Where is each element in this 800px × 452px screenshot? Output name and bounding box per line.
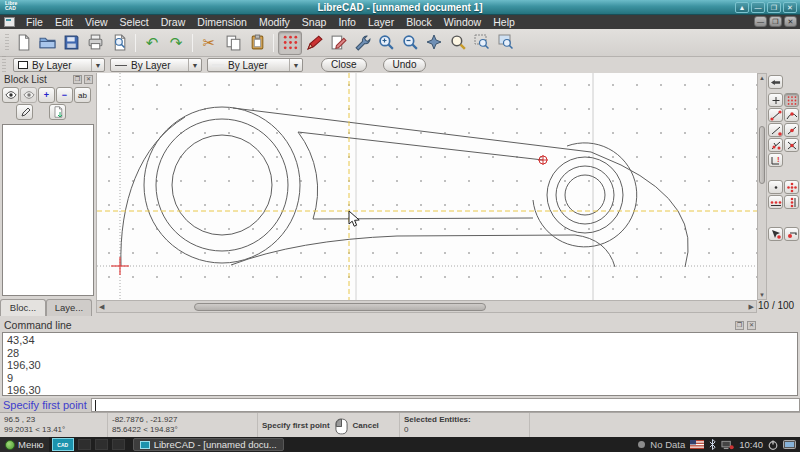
power-icon[interactable] xyxy=(768,440,778,450)
redo-button[interactable]: ↷ xyxy=(164,31,188,55)
block-hide-button[interactable] xyxy=(20,87,37,103)
system-menu-button[interactable]: Меню xyxy=(0,437,49,452)
snap-center-button[interactable] xyxy=(768,123,783,137)
dock-float-button[interactable]: ❐ xyxy=(73,75,82,84)
menu-view[interactable]: View xyxy=(79,15,114,29)
zoom-auto-button[interactable] xyxy=(422,31,446,55)
block-visibility-button[interactable] xyxy=(2,87,19,103)
close-window-button[interactable]: ✕ xyxy=(783,2,797,13)
shade-window-button[interactable]: ▲ xyxy=(735,2,749,13)
copy-button[interactable] xyxy=(221,31,245,55)
add-block-button[interactable]: + xyxy=(38,87,55,103)
snap-free-button[interactable] xyxy=(768,93,783,107)
mdi-close-button[interactable]: ✕ xyxy=(784,16,797,27)
menu-snap[interactable]: Snap xyxy=(296,15,333,29)
rename-block-button[interactable]: ab xyxy=(74,87,91,103)
dock-float-button[interactable]: ❐ xyxy=(735,321,744,330)
mdi-restore-button[interactable]: ❐ xyxy=(769,16,782,27)
close-tool-button[interactable]: Close xyxy=(321,58,367,72)
mdi-document-icon[interactable] xyxy=(4,17,15,27)
dock-close-button[interactable]: ✕ xyxy=(747,321,756,330)
taskbar-window-button[interactable]: LibreCAD - [unnamed docu... xyxy=(133,438,284,451)
draw-pen-button[interactable] xyxy=(302,31,326,55)
zoom-out-button[interactable] xyxy=(398,31,422,55)
horizontal-scroll-thumb[interactable] xyxy=(194,303,486,311)
toolbar-grip[interactable] xyxy=(2,56,6,74)
menu-block[interactable]: Block xyxy=(400,15,438,29)
snap-grid-toggle[interactable] xyxy=(784,93,799,107)
restrict-free-button[interactable] xyxy=(768,180,783,194)
vertical-scrollbar[interactable]: ▲ ▼ xyxy=(757,73,767,300)
menu-dimension[interactable]: Dimension xyxy=(191,15,253,29)
display-icon[interactable] xyxy=(783,440,796,450)
menu-help[interactable]: Help xyxy=(487,15,521,29)
zoom-pan-button[interactable] xyxy=(494,31,518,55)
snap-distance-button[interactable] xyxy=(768,138,783,152)
zoom-previous-button[interactable] xyxy=(446,31,470,55)
remove-block-button[interactable]: − xyxy=(56,87,73,103)
block-list[interactable] xyxy=(2,124,94,296)
keyboard-layout-flag-icon[interactable] xyxy=(690,440,704,449)
tab-block-list[interactable]: Bloc... xyxy=(0,299,46,316)
zoom-window-button[interactable] xyxy=(470,31,494,55)
linetype-select[interactable]: By Layer ▼ xyxy=(110,58,202,72)
menu-layer[interactable]: Layer xyxy=(362,15,400,29)
new-document-button[interactable] xyxy=(11,31,35,55)
command-history[interactable]: 43,34 28 196,30 9 196,30 xyxy=(2,332,798,396)
mdi-minimize-button[interactable]: — xyxy=(754,16,767,27)
bluetooth-icon[interactable] xyxy=(709,439,716,450)
quick-launch-icon[interactable] xyxy=(112,439,125,450)
restore-window-button[interactable]: ❐ xyxy=(767,2,781,13)
vertical-scroll-thumb[interactable] xyxy=(759,126,765,184)
network-icon[interactable] xyxy=(721,440,734,450)
zoom-in-button[interactable] xyxy=(374,31,398,55)
snap-grid-button[interactable] xyxy=(278,31,302,55)
cut-button[interactable]: ✂ xyxy=(197,31,221,55)
open-file-button[interactable] xyxy=(35,31,59,55)
scroll-right-arrow[interactable]: ▶ xyxy=(747,303,756,311)
edit-block-button[interactable] xyxy=(16,104,33,120)
tray-status-icon[interactable] xyxy=(638,441,645,448)
restrict-horizontal-button[interactable] xyxy=(768,195,783,209)
scroll-left-arrow[interactable]: ◀ xyxy=(97,303,106,311)
undo-button[interactable]: ↶ xyxy=(140,31,164,55)
librecad-tray-icon[interactable]: CAD xyxy=(52,438,74,451)
menu-edit[interactable]: Edit xyxy=(49,15,79,29)
snap-intersection-button[interactable] xyxy=(784,138,799,152)
color-select[interactable]: By Layer ▼ xyxy=(13,58,105,72)
menu-file[interactable]: File xyxy=(20,15,49,29)
tools-button[interactable] xyxy=(350,31,374,55)
save-block-button[interactable] xyxy=(49,104,66,120)
print-preview-button[interactable] xyxy=(107,31,131,55)
clock[interactable]: 10:40 xyxy=(739,439,763,450)
snap-on-entity-button[interactable] xyxy=(784,108,799,122)
save-button[interactable] xyxy=(59,31,83,55)
restrict-orthogonal-button[interactable] xyxy=(784,180,799,194)
horizontal-scrollbar[interactable]: ◀ ▶ xyxy=(96,300,757,313)
quick-launch-icon[interactable] xyxy=(95,439,108,450)
undo-tool-button[interactable]: Undo xyxy=(383,58,427,72)
menu-draw[interactable]: Draw xyxy=(155,15,192,29)
restrict-vertical-button[interactable] xyxy=(784,195,799,209)
menu-select[interactable]: Select xyxy=(114,15,155,29)
scroll-down-arrow[interactable]: ▼ xyxy=(758,292,766,298)
lock-relative-zero-button[interactable] xyxy=(784,227,799,241)
menu-modify[interactable]: Modify xyxy=(253,15,296,29)
quick-launch-icon[interactable] xyxy=(78,439,91,450)
drawing-canvas[interactable] xyxy=(96,73,757,300)
menu-window[interactable]: Window xyxy=(438,15,487,29)
edit-entity-button[interactable] xyxy=(326,31,350,55)
paste-button[interactable] xyxy=(245,31,269,55)
back-button[interactable] xyxy=(768,75,783,89)
restrict-nothing-button[interactable] xyxy=(768,153,783,167)
print-button[interactable] xyxy=(83,31,107,55)
minimize-window-button[interactable]: — xyxy=(751,2,765,13)
command-input[interactable] xyxy=(91,398,800,412)
tab-layer-list[interactable]: Laye... xyxy=(46,299,92,316)
dock-close-button[interactable]: ✕ xyxy=(84,75,93,84)
set-relative-zero-button[interactable] xyxy=(768,227,783,241)
menu-info[interactable]: Info xyxy=(332,15,362,29)
linewidth-select[interactable]: By Layer ▼ xyxy=(207,58,303,72)
scroll-up-arrow[interactable]: ▲ xyxy=(758,75,766,81)
snap-endpoint-button[interactable] xyxy=(768,108,783,122)
